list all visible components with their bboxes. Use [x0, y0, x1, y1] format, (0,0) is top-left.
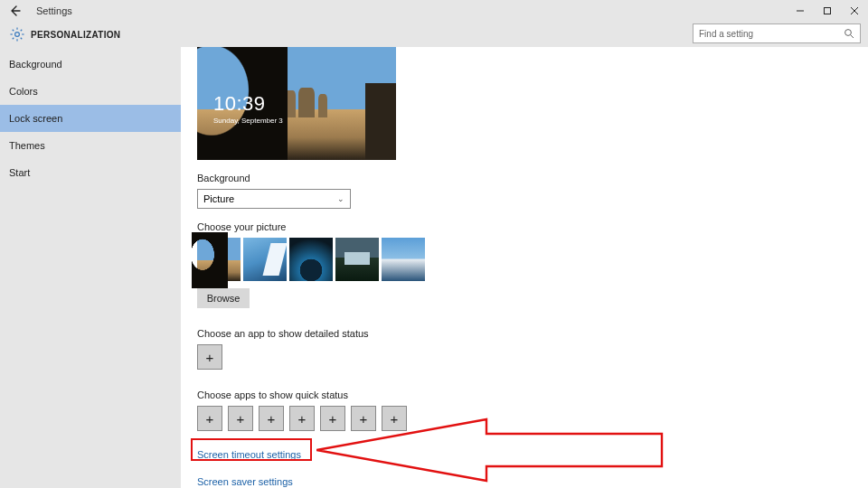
rock-shape	[298, 88, 315, 117]
close-button[interactable]	[841, 0, 868, 22]
detailed-status-label: Choose an app to show detailed status	[197, 328, 868, 339]
sidebar-item-label: Lock screen	[9, 113, 62, 124]
quick-status-label: Choose apps to show quick status	[197, 389, 868, 400]
minimize-button[interactable]	[787, 0, 814, 22]
window-title: Settings	[36, 5, 72, 16]
search-icon	[844, 28, 854, 39]
svg-point-11	[845, 30, 852, 36]
chevron-down-icon: ⌄	[337, 194, 344, 203]
picture-thumb[interactable]	[289, 238, 333, 281]
browse-label: Browse	[207, 293, 241, 304]
plus-icon: +	[360, 411, 368, 427]
titlebar: Settings	[0, 0, 868, 22]
plus-icon: +	[329, 411, 337, 427]
back-button[interactable]	[0, 0, 31, 22]
add-app-slot[interactable]: +	[382, 406, 407, 431]
close-icon	[850, 6, 859, 15]
picture-thumb[interactable]	[382, 238, 425, 281]
search-input[interactable]: Find a setting	[693, 23, 861, 43]
picture-thumbnails	[197, 238, 868, 281]
search-placeholder: Find a setting	[699, 29, 753, 39]
maximize-icon	[823, 6, 832, 15]
background-dropdown[interactable]: Picture ⌄	[197, 189, 351, 209]
quick-status-slots: + + + + + + +	[197, 406, 868, 431]
picture-thumb[interactable]	[197, 238, 241, 281]
add-app-slot[interactable]: +	[197, 344, 222, 370]
sidebar-item-label: Colors	[9, 86, 38, 97]
svg-line-12	[851, 35, 854, 38]
svg-line-7	[13, 30, 14, 32]
arrow-left-icon	[9, 5, 22, 17]
gear-icon	[9, 26, 25, 42]
screen-saver-settings-link[interactable]: Screen saver settings	[197, 476, 293, 487]
sidebar-item-label: Themes	[9, 140, 45, 151]
sidebar-item-themes[interactable]: Themes	[0, 132, 181, 159]
svg-line-8	[21, 38, 23, 40]
add-app-slot[interactable]: +	[320, 406, 345, 431]
cliff-shape	[365, 83, 396, 160]
background-label: Background	[197, 173, 868, 183]
svg-line-10	[13, 38, 14, 40]
preview-date: Sunday, September 3	[213, 117, 283, 125]
header: PERSONALIZATION Find a setting	[0, 22, 868, 47]
add-app-slot[interactable]: +	[351, 406, 376, 431]
content[interactable]: 10:39 Sunday, September 3 Background Pic…	[181, 47, 868, 488]
rock-shape	[318, 94, 327, 117]
sidebar-item-background[interactable]: Background	[0, 51, 181, 78]
plus-icon: +	[298, 411, 307, 427]
add-app-slot[interactable]: +	[259, 406, 284, 431]
svg-point-2	[15, 33, 20, 37]
sidebar-item-colors[interactable]: Colors	[0, 78, 181, 105]
add-app-slot[interactable]: +	[228, 406, 253, 431]
section-title: PERSONALIZATION	[31, 30, 120, 40]
sidebar: Background Colors Lock screen Themes Sta…	[0, 47, 181, 488]
plus-icon: +	[237, 411, 245, 427]
preview-time: 10:39	[213, 94, 283, 114]
svg-line-9	[21, 30, 23, 32]
svg-rect-1	[825, 8, 831, 14]
sidebar-item-label: Background	[9, 59, 62, 70]
screen-timeout-link[interactable]: Screen timeout settings	[197, 449, 301, 460]
sidebar-item-start[interactable]: Start	[0, 159, 181, 186]
sidebar-item-lock-screen[interactable]: Lock screen	[0, 105, 181, 132]
preview-time-block: 10:39 Sunday, September 3	[213, 94, 283, 125]
maximize-button[interactable]	[814, 0, 841, 22]
add-app-slot[interactable]: +	[289, 406, 315, 431]
body: Background Colors Lock screen Themes Sta…	[0, 47, 868, 488]
dropdown-value: Picture	[203, 193, 234, 204]
lockscreen-preview: 10:39 Sunday, September 3	[197, 47, 396, 160]
picture-thumb[interactable]	[243, 238, 287, 281]
sidebar-item-label: Start	[9, 167, 30, 178]
picture-thumb[interactable]	[335, 238, 379, 281]
plus-icon: +	[206, 411, 214, 427]
plus-icon: +	[391, 411, 399, 427]
detailed-status-slots: +	[197, 344, 868, 370]
add-app-slot[interactable]: +	[197, 406, 222, 431]
plus-icon: +	[206, 350, 214, 365]
window-controls	[787, 0, 868, 22]
browse-button[interactable]: Browse	[197, 288, 250, 308]
choose-picture-label: Choose your picture	[197, 221, 868, 232]
minimize-icon	[796, 6, 805, 15]
plus-icon: +	[268, 411, 276, 427]
